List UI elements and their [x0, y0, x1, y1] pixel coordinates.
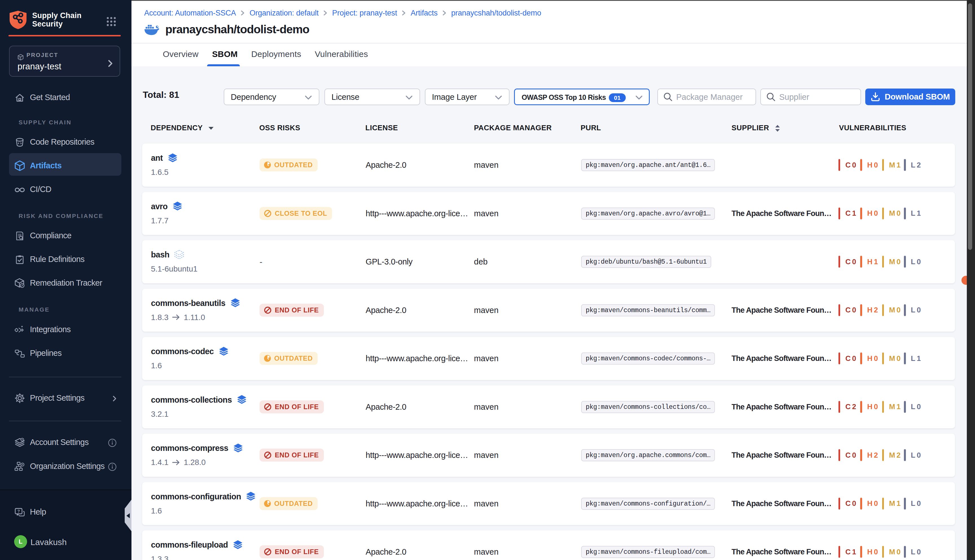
svg-text:?: ? [17, 508, 20, 513]
